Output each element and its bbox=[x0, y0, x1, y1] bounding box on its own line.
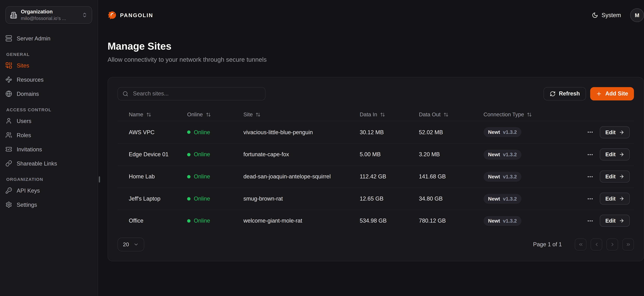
connection-type-badge: Newt v1.3.2 bbox=[484, 216, 522, 226]
row-edit-button[interactable]: Edit bbox=[600, 193, 630, 205]
sidebar-item-shareable-links[interactable]: Shareable Links bbox=[6, 158, 92, 168]
pager-controls: Page 1 of 1 bbox=[533, 238, 634, 250]
next-page-button[interactable] bbox=[606, 238, 618, 250]
arrow-right-icon bbox=[619, 218, 624, 224]
cell-data-out: 52.02 MB bbox=[419, 129, 484, 136]
column-header-data-out[interactable]: Data Out bbox=[419, 112, 484, 118]
previous-page-button[interactable] bbox=[590, 238, 602, 250]
cell-site: fortunate-cape-fox bbox=[244, 152, 360, 158]
connection-type-name: Newt bbox=[488, 129, 500, 135]
cell-data-out: 34.80 GB bbox=[419, 196, 484, 202]
column-header-data-in[interactable]: Data In bbox=[360, 112, 419, 118]
online-dot-icon bbox=[187, 219, 190, 222]
column-header-connection-type[interactable]: Connection Type bbox=[484, 112, 582, 118]
sites-card: Refresh Add Site Name Online Site Data I… bbox=[108, 77, 644, 261]
sidebar-section-items: API Keys Settings bbox=[6, 186, 92, 210]
settings-icon bbox=[6, 201, 12, 208]
first-page-button[interactable] bbox=[575, 238, 586, 250]
last-page-button[interactable] bbox=[622, 238, 634, 250]
sidebar-item-label: Roles bbox=[16, 132, 31, 138]
sidebar-section: GENERAL Sites Resources Domains bbox=[6, 52, 92, 99]
edit-label: Edit bbox=[605, 218, 616, 224]
topbar: PANGOLIN System M bbox=[108, 0, 644, 30]
organization-selector[interactable]: Organization milo@fossorial.io's ... bbox=[6, 6, 92, 24]
online-label: Online bbox=[194, 196, 210, 202]
online-dot-icon bbox=[187, 153, 190, 156]
sort-icon bbox=[527, 112, 532, 117]
page-size-select[interactable]: 20 bbox=[118, 238, 144, 251]
column-header-site[interactable]: Site bbox=[244, 112, 360, 118]
arrow-right-icon bbox=[619, 196, 624, 202]
organization-label: Organization bbox=[21, 8, 78, 15]
cell-name: AWS VPC bbox=[118, 129, 187, 136]
online-dot-icon bbox=[187, 197, 190, 200]
chevrons-up-down-icon bbox=[82, 12, 88, 18]
more-horizontal-icon bbox=[587, 174, 594, 180]
cell-site: smug-brown-rat bbox=[244, 196, 360, 202]
server-icon bbox=[6, 35, 12, 42]
row-more-button[interactable] bbox=[587, 218, 594, 224]
sidebar: Organization milo@fossorial.io's ... Ser… bbox=[0, 0, 98, 296]
online-label: Online bbox=[194, 174, 210, 180]
row-more-button[interactable] bbox=[587, 174, 594, 180]
sort-icon bbox=[444, 112, 448, 117]
user-avatar[interactable]: M bbox=[630, 8, 644, 22]
sidebar-item-server-admin[interactable]: Server Admin bbox=[6, 33, 92, 44]
search-input[interactable] bbox=[132, 90, 260, 97]
connection-type-version: v1.3.2 bbox=[503, 174, 517, 180]
sidebar-item-resources[interactable]: Resources bbox=[6, 74, 92, 85]
refresh-button[interactable]: Refresh bbox=[544, 87, 586, 100]
theme-toggle[interactable]: System bbox=[592, 12, 621, 18]
table-row: Home Lab Online dead-san-joaquin-antelop… bbox=[118, 166, 634, 188]
connection-type-badge: Newt v1.3.2 bbox=[484, 194, 522, 204]
table-row: Jeff's Laptop Online smug-brown-rat 12.6… bbox=[118, 188, 634, 210]
sidebar-resize-handle[interactable] bbox=[99, 176, 100, 183]
sidebar-item-label: API Keys bbox=[16, 188, 40, 194]
sidebar-item-domains[interactable]: Domains bbox=[6, 89, 92, 99]
sidebar-item-invitations[interactable]: Invitations bbox=[6, 144, 92, 154]
sidebar-item-sites[interactable]: Sites bbox=[6, 60, 92, 70]
more-horizontal-icon bbox=[587, 218, 594, 224]
sidebar-section-items: Sites Resources Domains bbox=[6, 60, 92, 99]
add-site-button[interactable]: Add Site bbox=[590, 87, 634, 100]
sidebar-item-label: Server Admin bbox=[16, 35, 50, 42]
sidebar-item-settings[interactable]: Settings bbox=[6, 200, 92, 210]
ticket-icon bbox=[6, 146, 12, 153]
cell-connection-type: Newt v1.3.2 bbox=[484, 216, 582, 226]
online-status: Online bbox=[187, 129, 244, 136]
online-status: Online bbox=[187, 152, 244, 158]
cell-site: dead-san-joaquin-antelope-squirrel bbox=[244, 174, 360, 180]
connection-type-badge: Newt v1.3.2 bbox=[484, 127, 522, 137]
online-label: Online bbox=[194, 129, 210, 136]
column-header-online[interactable]: Online bbox=[187, 112, 244, 118]
column-header-name[interactable]: Name bbox=[118, 112, 187, 118]
sidebar-item-roles[interactable]: Roles bbox=[6, 130, 92, 140]
sidebar-item-label: Domains bbox=[16, 91, 39, 97]
refresh-icon bbox=[550, 91, 556, 96]
avatar-initial: M bbox=[635, 12, 639, 18]
cell-online: Online bbox=[187, 218, 244, 224]
row-edit-button[interactable]: Edit bbox=[600, 126, 630, 138]
row-more-button[interactable] bbox=[587, 196, 594, 202]
online-status: Online bbox=[187, 196, 244, 202]
row-edit-button[interactable]: Edit bbox=[600, 148, 630, 160]
sort-icon bbox=[256, 112, 261, 117]
search-sites-box bbox=[118, 87, 266, 100]
sidebar-item-label: Resources bbox=[16, 76, 44, 83]
cell-name: Office bbox=[118, 218, 187, 224]
sidebar-item-api-keys[interactable]: API Keys bbox=[6, 186, 92, 196]
sidebar-item-label: Shareable Links bbox=[16, 160, 57, 166]
row-edit-button[interactable]: Edit bbox=[600, 170, 630, 183]
table-header-row: Name Online Site Data In Data Out Connec… bbox=[118, 108, 634, 121]
brand-logo[interactable]: PANGOLIN bbox=[108, 10, 153, 20]
row-more-button[interactable] bbox=[587, 129, 594, 136]
page-info: Page 1 of 1 bbox=[533, 241, 562, 248]
cell-name: Jeff's Laptop bbox=[118, 196, 187, 202]
row-edit-button[interactable]: Edit bbox=[600, 215, 630, 227]
row-more-button[interactable] bbox=[587, 151, 594, 158]
sidebar-item-users[interactable]: Users bbox=[6, 116, 92, 126]
cell-data-out: 780.12 GB bbox=[419, 218, 484, 224]
sidebar-item-label: Sites bbox=[16, 62, 29, 69]
cell-name: Home Lab bbox=[118, 174, 187, 180]
cell-data-in: 112.42 GB bbox=[360, 174, 419, 180]
